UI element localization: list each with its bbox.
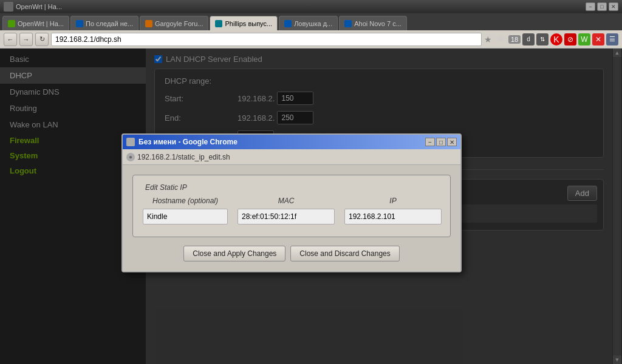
tab-2[interactable]: По следай не...: [70, 16, 138, 30]
maximize-button[interactable]: □: [597, 2, 607, 11]
tab-favicon-4: [215, 20, 222, 27]
dialog-close-button[interactable]: ✕: [447, 138, 457, 146]
hostname-col: Hostname (optional): [143, 197, 228, 224]
mail-icon[interactable]: ✉: [494, 33, 507, 46]
tool4-icon[interactable]: ⊘: [564, 33, 576, 46]
dialog-addr-text: 192.168.2.1/static_ip_edit.sh: [137, 153, 230, 161]
dialog-window: Без имени - Google Chrome − □ ✕ ● 192.16…: [121, 133, 462, 272]
hostname-input[interactable]: [143, 209, 228, 224]
main-area: Basic DHCP Dynamic DNS Routing Wake on L…: [0, 49, 622, 364]
tool5-icon[interactable]: W: [578, 33, 590, 46]
bookmark-icon[interactable]: ★: [484, 35, 492, 44]
tab-favicon-2: [76, 20, 83, 27]
minimize-button[interactable]: −: [586, 2, 595, 11]
tool6-icon[interactable]: ✕: [592, 33, 604, 46]
tab-favicon-6: [344, 20, 352, 27]
tab-favicon-3: [145, 20, 152, 27]
tab-label-4: Phillips выпус...: [225, 20, 272, 27]
tab-label-1: OpenWrt | Ha...: [18, 20, 64, 27]
mac-col-label: MAC: [238, 197, 335, 205]
dialog-maximize-button[interactable]: □: [436, 138, 446, 146]
fields-row: Hostname (optional) MAC IP: [143, 197, 440, 224]
dialog-body: Edit Static IP Hostname (optional) MAC I…: [123, 165, 460, 271]
ip-input[interactable]: [344, 209, 442, 224]
ip-col-label: IP: [344, 197, 442, 205]
mac-input[interactable]: [238, 209, 335, 224]
dialog-title-bar: Без имени - Google Chrome − □ ✕: [123, 135, 460, 149]
dialog-buttons: Close and Apply Changes Close and Discar…: [132, 246, 451, 261]
ip-col: IP: [344, 197, 442, 224]
browser-title: OpenWrt | Ha...: [16, 3, 62, 10]
tab-1[interactable]: OpenWrt | Ha...: [2, 16, 69, 30]
browser-icon: [4, 2, 13, 12]
title-bar-left: OpenWrt | Ha...: [4, 2, 62, 12]
close-button[interactable]: ✕: [609, 2, 618, 11]
edit-static-ip-fieldset: Edit Static IP Hostname (optional) MAC I…: [132, 175, 451, 237]
dialog-title-buttons[interactable]: − □ ✕: [425, 138, 457, 146]
tab-label-5: Ловушка д...: [294, 20, 332, 27]
address-field[interactable]: [51, 33, 482, 46]
badge: 18: [508, 35, 521, 44]
toolbar-icons: ✉ 18 d ⇅ K ⊘ W ✕ ☰: [494, 33, 618, 46]
forward-button[interactable]: →: [19, 33, 33, 46]
tab-favicon-5: [284, 20, 292, 27]
address-bar-row: ← → ↻ ★ ✉ 18 d ⇅ K ⊘ W ✕ ☰: [0, 30, 622, 49]
apply-changes-button[interactable]: Close and Apply Changes: [183, 246, 285, 261]
tool3-icon[interactable]: K: [550, 33, 562, 46]
mac-col: MAC: [238, 197, 335, 224]
dialog-address-bar: ● 192.168.2.1/static_ip_edit.sh: [123, 149, 460, 165]
title-bar-buttons[interactable]: − □ ✕: [586, 2, 618, 11]
dialog-chrome-icon: [126, 138, 135, 146]
dialog-title-text: Без имени - Google Chrome: [138, 138, 238, 146]
tab-4[interactable]: Phillips выпус...: [210, 16, 278, 30]
dialog-addr-icon: ●: [126, 153, 135, 161]
dialog-title-left: Без имени - Google Chrome: [126, 138, 238, 146]
edit-static-ip-legend: Edit Static IP: [143, 183, 190, 192]
dialog-minimize-button[interactable]: −: [425, 138, 435, 146]
reload-button[interactable]: ↻: [35, 33, 49, 46]
tab-label-3: Gargoyle Foru...: [155, 20, 203, 27]
tabs-row: OpenWrt | Ha... По следай не... Gargoyle…: [0, 13, 622, 30]
tab-label-2: По следай не...: [86, 20, 133, 27]
back-button[interactable]: ←: [4, 33, 17, 46]
tool1-icon[interactable]: d: [522, 33, 535, 46]
tab-5[interactable]: Ловушка д...: [279, 16, 338, 30]
tab-6[interactable]: Ahoi Novo 7 с...: [339, 16, 407, 30]
tab-3[interactable]: Gargoyle Foru...: [140, 16, 208, 30]
tab-favicon-1: [8, 20, 15, 27]
tool2-icon[interactable]: ⇅: [536, 33, 549, 46]
discard-changes-button[interactable]: Close and Discard Changes: [290, 246, 399, 261]
tool7-icon[interactable]: ☰: [606, 33, 618, 46]
browser-title-bar: OpenWrt | Ha... − □ ✕: [0, 0, 622, 13]
hostname-col-label: Hostname (optional): [143, 197, 228, 205]
tab-label-6: Ahoi Novo 7 с...: [354, 20, 402, 27]
notification-icon[interactable]: 18: [508, 33, 521, 46]
